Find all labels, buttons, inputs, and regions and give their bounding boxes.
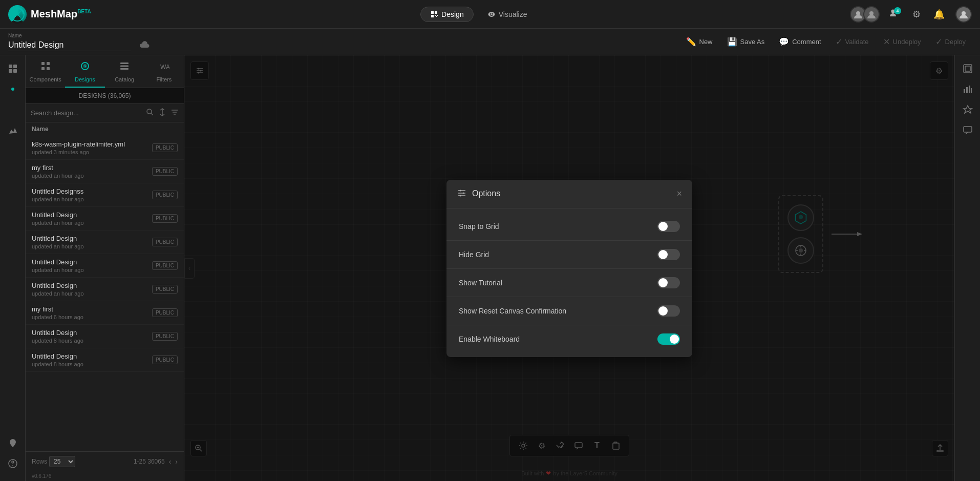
designs-tab-label: Designs <box>75 76 95 82</box>
header-center: Design Visualize <box>108 7 850 22</box>
designs-count: DESIGNS (36,065) <box>26 88 184 104</box>
search-icon[interactable] <box>146 108 154 118</box>
header-right: 4 ⚙ 🔔 <box>850 6 972 23</box>
user-avatar[interactable] <box>955 6 972 23</box>
design-list-item[interactable]: Untitled Design updated an hour ago PUBL… <box>26 231 184 254</box>
option-row-show_tutorial: Show Tutorial <box>446 269 692 297</box>
canvas-area[interactable]: ‹ ⚙ <box>184 55 954 481</box>
design-list-item[interactable]: Untitled Design updated an hour ago PUBL… <box>26 278 184 301</box>
search-input[interactable] <box>31 109 142 117</box>
notification-icon-btn[interactable]: 4 <box>886 6 902 23</box>
gear-icon: ⚙ <box>912 9 921 20</box>
designs-icon <box>79 60 91 74</box>
rows-select-input[interactable]: 25 50 100 <box>49 456 75 467</box>
sidebar-icon-graph[interactable] <box>4 121 22 139</box>
right-sidebar-analytics[interactable] <box>958 80 977 98</box>
option-row-snap_to_grid: Snap to Grid <box>446 213 692 241</box>
tab-filters[interactable]: WA Filters <box>144 55 184 88</box>
panel-tabs: Components Designs Catalog WA Filters <box>26 55 184 88</box>
sidebar-icon-dashboard[interactable] <box>4 59 22 78</box>
design-name-input[interactable] <box>8 39 131 51</box>
modal-close-btn[interactable]: × <box>676 189 682 198</box>
svg-rect-44 <box>971 88 972 93</box>
tab-designs[interactable]: Designs <box>65 55 104 88</box>
option-label-show_reset_canvas: Show Reset Canvas Confirmation <box>459 307 566 315</box>
components-icon <box>40 60 51 74</box>
svg-point-10 <box>11 88 14 91</box>
undeploy-icon: ✕ <box>883 37 890 47</box>
right-sidebar-layers[interactable] <box>958 59 977 78</box>
filters-icon: WA <box>158 60 169 74</box>
modal-overlay[interactable]: Options × Snap to Grid Hide Grid Show Tu… <box>184 55 954 481</box>
toggle-hide_grid[interactable] <box>657 249 680 260</box>
toggle-show_tutorial[interactable] <box>657 277 680 288</box>
public-badge-4: PUBLIC <box>152 238 178 246</box>
sidebar-icon-location[interactable] <box>4 434 22 452</box>
design-list-item[interactable]: Untitled Design updated 8 hours ago PUBL… <box>26 325 184 348</box>
svg-point-2 <box>856 11 860 15</box>
toggle-enable_whiteboard[interactable] <box>657 333 680 345</box>
bell-icon-btn[interactable]: 🔔 <box>931 6 947 23</box>
design-name-label: Name <box>8 33 150 38</box>
check-icon: ✓ <box>836 37 842 47</box>
design-list-item[interactable]: Untitled Designss updated an hour ago PU… <box>26 183 184 207</box>
sort-icon[interactable] <box>158 108 166 118</box>
logo-icon <box>8 5 27 24</box>
svg-rect-6 <box>9 65 12 68</box>
sidebar-icon-help[interactable] <box>4 454 22 473</box>
svg-rect-9 <box>13 69 17 73</box>
design-item-time-2: updated an hour ago <box>32 196 152 202</box>
svg-rect-14 <box>47 62 50 65</box>
sidebar-icon-filter[interactable] <box>4 100 22 119</box>
design-list-item[interactable]: my first updated an hour ago PUBLIC <box>26 160 184 183</box>
deploy-button[interactable]: ✓ Deploy <box>929 34 972 50</box>
new-button[interactable]: ✏️ New <box>680 34 719 50</box>
save-as-button[interactable]: 💾 Save As <box>721 34 771 50</box>
prev-page-btn[interactable]: ‹ <box>169 457 172 466</box>
public-badge-7: PUBLIC <box>152 308 178 317</box>
design-list-item[interactable]: Untitled Design updated 8 hours ago PUBL… <box>26 348 184 372</box>
tab-design[interactable]: Design <box>420 7 474 22</box>
design-item-info-8: Untitled Design updated 8 hours ago <box>32 329 152 344</box>
design-list-item[interactable]: Untitled Design updated an hour ago PUBL… <box>26 207 184 231</box>
right-sidebar-chat[interactable] <box>958 121 977 139</box>
left-panel: Components Designs Catalog WA Filters <box>26 55 184 481</box>
design-list-item[interactable]: my first updated 6 hours ago PUBLIC <box>26 301 184 325</box>
logo-area: MeshMapBETA <box>8 5 91 24</box>
design-list: k8s-wasm-plugin-ratelimiter.yml updated … <box>26 136 184 451</box>
design-item-info-5: Untitled Design updated an hour ago <box>32 258 152 273</box>
panel-footer: Rows 25 50 100 1-25 36065 ‹ › <box>26 451 184 471</box>
design-item-name-1: my first <box>32 164 144 172</box>
modal-title: Options <box>472 189 500 198</box>
svg-rect-13 <box>41 62 45 65</box>
options-modal: Options × Snap to Grid Hide Grid Show Tu… <box>446 180 692 357</box>
modal-body: Snap to Grid Hide Grid Show Tutorial Sho… <box>446 208 692 357</box>
next-page-btn[interactable]: › <box>175 457 178 466</box>
tab-components[interactable]: Components <box>26 55 65 88</box>
settings-icon-btn[interactable]: ⚙ <box>908 6 925 23</box>
filter-icon[interactable] <box>171 108 179 118</box>
tab-visualize[interactable]: Visualize <box>478 7 537 22</box>
design-item-info-4: Untitled Design updated an hour ago <box>32 235 152 249</box>
svg-point-5 <box>962 11 966 15</box>
right-sidebar-plugin[interactable] <box>958 100 977 119</box>
toggle-snap_to_grid[interactable] <box>657 221 680 232</box>
undeploy-button[interactable]: ✕ Undeploy <box>877 34 927 50</box>
toggle-show_reset_canvas[interactable] <box>657 305 680 317</box>
svg-point-38 <box>460 195 461 196</box>
design-list-item[interactable]: Untitled Design updated an hour ago PUBL… <box>26 254 184 278</box>
validate-button[interactable]: ✓ Validate <box>829 34 875 50</box>
svg-point-22 <box>147 109 152 114</box>
design-list-item[interactable]: k8s-wasm-plugin-ratelimiter.yml updated … <box>26 136 184 160</box>
design-item-info-6: Untitled Design updated an hour ago <box>32 282 152 297</box>
design-item-name-4: Untitled Design <box>32 235 144 242</box>
sub-header: Name ✏️ New 💾 Save As 💬 Comment ✓ Valida… <box>0 29 980 55</box>
svg-text:WA: WA <box>160 64 169 71</box>
design-item-name-5: Untitled Design <box>32 258 144 266</box>
design-item-info-3: Untitled Design updated an hour ago <box>32 211 152 226</box>
tab-catalog[interactable]: Catalog <box>105 55 144 88</box>
comment-button[interactable]: 💬 Comment <box>773 34 827 50</box>
design-icon <box>430 10 438 18</box>
sidebar-icon-components[interactable] <box>4 80 22 98</box>
option-label-show_tutorial: Show Tutorial <box>459 279 502 287</box>
